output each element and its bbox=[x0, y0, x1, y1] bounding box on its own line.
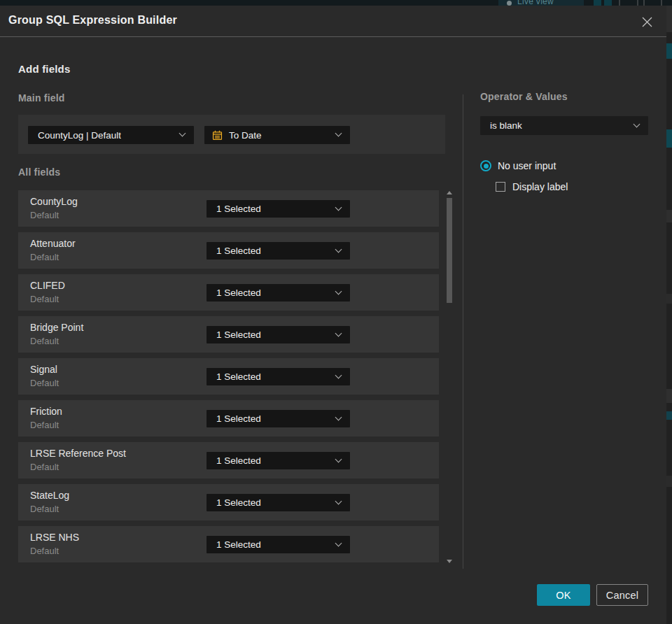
chevron-down-icon bbox=[335, 329, 342, 336]
add-fields-heading: Add fields bbox=[18, 63, 71, 75]
background-fragment bbox=[666, 6, 672, 32]
operator-dropdown-value: is blank bbox=[480, 120, 522, 131]
scroll-up-icon[interactable] bbox=[447, 191, 452, 194]
field-selection-value: 1 Selected bbox=[206, 497, 261, 508]
toolbar-separator bbox=[661, 0, 662, 6]
field-selection-value: 1 Selected bbox=[206, 246, 261, 256]
chevron-down-icon bbox=[335, 371, 342, 378]
toolbar-separator bbox=[643, 0, 645, 6]
field-selection-value: 1 Selected bbox=[206, 204, 261, 214]
field-name: Signal bbox=[30, 364, 57, 375]
field-selection-dropdown[interactable]: 1 Selected bbox=[206, 242, 350, 260]
ok-button[interactable]: OK bbox=[537, 584, 590, 606]
field-selection-value: 1 Selected bbox=[206, 455, 261, 466]
chevron-down-icon bbox=[335, 246, 342, 253]
radio-dot-icon bbox=[484, 164, 489, 169]
field-selection-dropdown[interactable]: 1 Selected bbox=[206, 284, 350, 302]
field-row: CLIFED Default 1 Selected bbox=[18, 274, 439, 311]
all-fields-scrollbar[interactable] bbox=[446, 190, 453, 566]
toolbar-button-fragment bbox=[594, 0, 601, 6]
live-view-toggle[interactable]: Live view bbox=[498, 0, 584, 6]
dialog-title: Group SQL Expression Builder bbox=[8, 14, 177, 27]
field-selection-dropdown[interactable]: 1 Selected bbox=[206, 200, 350, 218]
chevron-down-icon bbox=[335, 130, 342, 137]
field-row: LRSE Reference Post Default 1 Selected bbox=[18, 442, 439, 478]
background-fragment bbox=[666, 294, 672, 304]
chevron-down-icon bbox=[335, 288, 342, 295]
main-field-label: Main field bbox=[18, 92, 65, 104]
field-name: Bridge Point bbox=[30, 322, 83, 333]
chevron-down-icon bbox=[335, 497, 342, 504]
scrollbar-thumb[interactable] bbox=[447, 198, 452, 303]
display-label-label: Display label bbox=[512, 181, 568, 192]
calendar-icon bbox=[212, 130, 223, 141]
no-user-input-radio[interactable]: No user input bbox=[480, 160, 556, 171]
field-subtitle: Default bbox=[30, 252, 59, 262]
main-field-type-dropdown[interactable]: To Date bbox=[204, 126, 350, 144]
operator-values-heading: Operator & Values bbox=[480, 91, 568, 102]
radio-icon bbox=[480, 160, 491, 171]
chevron-down-icon bbox=[335, 539, 342, 546]
field-row: Signal Default 1 Selected bbox=[18, 358, 439, 395]
background-app-toolbar: Live view bbox=[0, 0, 672, 6]
all-fields-list: CountyLog Default 1 Selected Attenuator … bbox=[18, 190, 439, 568]
display-label-checkbox-row[interactable]: Display label bbox=[496, 181, 568, 192]
field-subtitle: Default bbox=[30, 378, 59, 388]
main-field-dropdown[interactable]: CountyLog | Default bbox=[28, 126, 194, 144]
toolbar-button-fragment bbox=[604, 0, 612, 6]
main-field-container: CountyLog | Default To Date bbox=[18, 115, 445, 154]
dialog-header: Group SQL Expression Builder bbox=[0, 6, 666, 37]
background-app-edge bbox=[666, 6, 672, 624]
operator-dropdown[interactable]: is blank bbox=[480, 116, 648, 135]
checkbox-icon[interactable] bbox=[496, 182, 505, 192]
field-name: Friction bbox=[30, 406, 62, 417]
field-row: LRSE NHS Default 1 Selected bbox=[18, 526, 439, 562]
field-selection-dropdown[interactable]: 1 Selected bbox=[206, 326, 350, 343]
field-name: StateLog bbox=[30, 490, 69, 501]
live-view-label: Live view bbox=[517, 0, 554, 6]
field-row: StateLog Default 1 Selected bbox=[18, 484, 439, 520]
no-user-input-label: No user input bbox=[498, 160, 556, 171]
field-row: CountyLog Default 1 Selected bbox=[18, 190, 439, 227]
main-field-dropdown-value: CountyLog | Default bbox=[28, 130, 121, 141]
field-name: CLIFED bbox=[30, 280, 65, 291]
field-subtitle: Default bbox=[30, 294, 59, 304]
toolbar-separator bbox=[637, 0, 638, 6]
field-selection-value: 1 Selected bbox=[206, 288, 261, 298]
field-selection-dropdown[interactable]: 1 Selected bbox=[206, 410, 350, 427]
scroll-down-icon[interactable] bbox=[447, 560, 452, 563]
chevron-down-icon bbox=[634, 120, 640, 127]
main-field-type-value: To Date bbox=[223, 130, 262, 141]
panel-divider bbox=[463, 94, 463, 569]
background-fragment bbox=[666, 411, 672, 420]
background-fragment bbox=[666, 476, 672, 487]
field-name: CountyLog bbox=[30, 196, 78, 207]
field-name: LRSE NHS bbox=[30, 532, 79, 543]
field-selection-dropdown[interactable]: 1 Selected bbox=[206, 536, 350, 553]
live-view-dot-icon bbox=[507, 1, 512, 6]
field-selection-dropdown[interactable]: 1 Selected bbox=[206, 494, 350, 511]
chevron-down-icon bbox=[335, 413, 342, 420]
field-selection-value: 1 Selected bbox=[206, 539, 261, 550]
field-name: Attenuator bbox=[30, 238, 76, 249]
field-subtitle: Default bbox=[30, 420, 59, 430]
field-selection-dropdown[interactable]: 1 Selected bbox=[206, 368, 350, 385]
chevron-down-icon bbox=[179, 130, 186, 137]
toolbar-separator bbox=[619, 0, 620, 6]
field-row: Friction Default 1 Selected bbox=[18, 400, 439, 437]
background-fragment bbox=[666, 43, 672, 59]
field-selection-value: 1 Selected bbox=[206, 329, 261, 340]
background-fragment bbox=[666, 210, 672, 222]
field-subtitle: Default bbox=[30, 462, 59, 472]
field-selection-dropdown[interactable]: 1 Selected bbox=[206, 452, 350, 469]
close-icon[interactable] bbox=[637, 12, 657, 31]
all-fields-label: All fields bbox=[18, 166, 60, 178]
background-fragment bbox=[666, 129, 672, 148]
field-subtitle: Default bbox=[30, 210, 59, 220]
field-subtitle: Default bbox=[30, 546, 59, 556]
background-fragment bbox=[666, 389, 672, 403]
cancel-button[interactable]: Cancel bbox=[596, 584, 648, 606]
field-row: Bridge Point Default 1 Selected bbox=[18, 316, 439, 353]
chevron-down-icon bbox=[335, 455, 342, 462]
field-selection-value: 1 Selected bbox=[206, 371, 261, 382]
